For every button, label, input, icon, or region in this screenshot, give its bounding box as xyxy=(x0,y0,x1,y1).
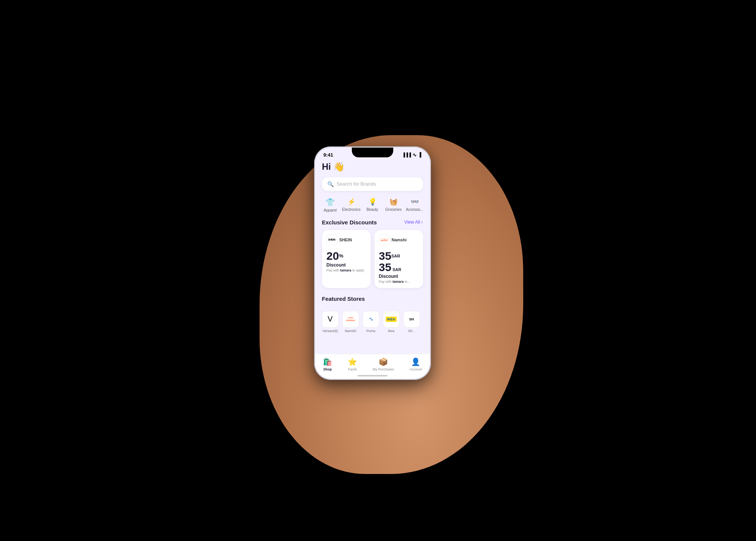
discount-card-namshi[interactable]: نمشي Namshi 35SAR 35 SAR Disco xyxy=(374,230,423,288)
namshi-amount-display: 35 xyxy=(379,262,391,273)
shein-brand-name: SHEIN xyxy=(339,238,352,242)
discount-card-shein[interactable]: SHEIN SHEIN 20% Discount Pay with tamara… xyxy=(322,230,371,288)
account-icon: 👤 xyxy=(411,357,420,366)
puma-logo: 🐾 xyxy=(369,317,373,321)
electronics-icon: ⚡ xyxy=(347,198,356,206)
puma-label: Puma xyxy=(367,329,376,333)
shein-unit: % xyxy=(339,253,344,258)
ikea-logo: IKEA xyxy=(386,317,397,322)
farah-label: Farah xyxy=(348,367,357,371)
shop-label: Shop xyxy=(323,367,332,371)
signal-icon: ▐▐▐ xyxy=(402,152,411,157)
namshi-discount-amount-row: 35SAR xyxy=(379,250,418,262)
purchases-label: My Purchases xyxy=(373,367,394,371)
nav-account[interactable]: 👤 Account xyxy=(409,357,422,371)
category-apparel[interactable]: 👕 Apparel xyxy=(322,198,339,212)
status-icons: ▐▐▐ ∿ ▐ xyxy=(402,152,422,158)
nav-purchases[interactable]: 📦 My Purchases xyxy=(373,357,394,371)
phone-notch xyxy=(352,148,393,157)
purchases-icon: 📦 xyxy=(379,357,388,366)
groceries-icon: 🧺 xyxy=(389,198,398,206)
ikea-label: Ikea xyxy=(388,329,394,333)
store-versace[interactable]: V Versace(t) xyxy=(322,311,339,333)
puma-logo-box: 🐾 xyxy=(363,311,379,328)
phone-screen: 9:41 ▐▐▐ ∿ ▐ Hi 👋 🔍 xyxy=(315,148,430,379)
category-groceries[interactable]: 🧺 Groceries xyxy=(385,198,402,212)
namshi-sar: SAR xyxy=(393,267,401,272)
sh-label: Sh... xyxy=(408,329,415,333)
electronics-label: Electronics xyxy=(342,207,360,212)
sh-logo: SH xyxy=(409,317,414,321)
beauty-label: Beauty xyxy=(367,207,378,212)
category-accessories[interactable]: 👓 Accesso... xyxy=(406,198,423,212)
shein-discount-sub: Pay with tamara to apply xyxy=(327,268,366,272)
exclusive-discounts-title: Exclusive Discounts xyxy=(322,219,377,226)
versace-label: Versace(t) xyxy=(322,329,338,333)
sh-logo-box: SH xyxy=(403,311,420,328)
store-sh[interactable]: SH Sh... xyxy=(403,311,420,333)
shop-icon: 🛍️ xyxy=(323,357,332,366)
groceries-label: Groceries xyxy=(385,207,402,212)
greeting-hi: Hi xyxy=(322,162,331,172)
search-bar[interactable]: 🔍 Search for Brands xyxy=(322,177,423,191)
namshi-brand-row: نمشي Namshi xyxy=(379,235,418,245)
apparel-label: Apparel xyxy=(324,208,336,212)
accessories-icon: 👓 xyxy=(411,198,419,206)
nav-farah[interactable]: ⭐ Farah xyxy=(348,357,357,371)
shein-logo-box: SHEIN xyxy=(327,235,337,245)
category-electronics[interactable]: ⚡ Electronics xyxy=(343,198,360,212)
battery-icon: ▐ xyxy=(418,152,422,157)
namshi-store-label: Namshi xyxy=(345,329,356,333)
account-label: Account xyxy=(409,367,422,371)
view-all-link[interactable]: View All › xyxy=(404,219,423,225)
home-indicator xyxy=(357,375,388,376)
store-logos-row: V Versace(t) نمشيNAMSHI Namshi xyxy=(322,311,423,333)
category-beauty[interactable]: 💡 Beauty xyxy=(364,198,381,212)
namshi-amount: 35 xyxy=(379,250,391,262)
store-namshi[interactable]: نمشيNAMSHI Namshi xyxy=(342,311,359,333)
greeting-emoji: 👋 xyxy=(333,162,345,172)
namshi-logo-box: نمشي xyxy=(379,235,389,245)
wifi-icon: ∿ xyxy=(412,152,417,158)
status-time: 9:41 xyxy=(324,152,333,158)
beauty-icon: 💡 xyxy=(368,198,377,206)
nav-shop[interactable]: 🛍️ Shop xyxy=(323,357,332,371)
versace-logo-box: V xyxy=(322,311,339,328)
namshi-discount-label: Discount xyxy=(379,274,418,279)
featured-stores-section: Featured Stores V Versace(t) xyxy=(322,296,423,333)
accessories-label: Accesso... xyxy=(406,207,423,212)
namshi-unit: SAR xyxy=(391,253,400,258)
farah-icon: ⭐ xyxy=(348,357,357,366)
shein-discount-label: Discount xyxy=(327,262,366,268)
scene: 9:41 ▐▐▐ ∿ ▐ Hi 👋 🔍 xyxy=(246,101,510,440)
phone-device: 9:41 ▐▐▐ ∿ ▐ Hi 👋 🔍 xyxy=(314,146,431,380)
namshi-store-logo-box: نمشيNAMSHI xyxy=(342,311,359,328)
shein-amount: 20 xyxy=(327,250,339,262)
versace-logo: V xyxy=(328,315,333,323)
exclusive-discounts-header: Exclusive Discounts View All › xyxy=(322,219,423,226)
namshi-discount-sub: Pay with tamara to... xyxy=(379,280,418,283)
store-puma[interactable]: 🐾 Puma xyxy=(363,311,379,333)
namshi-store-logo: نمشيNAMSHI xyxy=(346,316,355,322)
categories-row: 👕 Apparel ⚡ Electronics 💡 Beauty 🧺 xyxy=(322,198,423,212)
shein-logo: SHEIN xyxy=(328,238,335,241)
apparel-icon: 👕 xyxy=(325,198,335,207)
featured-stores-header: Featured Stores xyxy=(322,296,423,306)
featured-stores-title: Featured Stores xyxy=(322,296,365,302)
greeting-text: Hi 👋 xyxy=(322,162,423,172)
shein-brand-row: SHEIN SHEIN xyxy=(327,235,366,245)
namshi-logo: نمشي xyxy=(380,238,389,242)
shein-discount-amount-row: 20% xyxy=(327,250,366,262)
store-ikea[interactable]: IKEA Ikea xyxy=(383,311,400,333)
ikea-logo-box: IKEA xyxy=(383,311,400,328)
discount-cards-row: SHEIN SHEIN 20% Discount Pay with tamara… xyxy=(322,230,423,288)
phone-content: Hi 👋 🔍 Search for Brands 👕 Apparel xyxy=(315,159,430,374)
namshi-brand-name: Namshi xyxy=(392,238,407,242)
phone-frame: 9:41 ▐▐▐ ∿ ▐ Hi 👋 🔍 xyxy=(314,146,431,380)
search-placeholder: Search for Brands xyxy=(337,181,376,187)
search-icon: 🔍 xyxy=(327,181,334,187)
